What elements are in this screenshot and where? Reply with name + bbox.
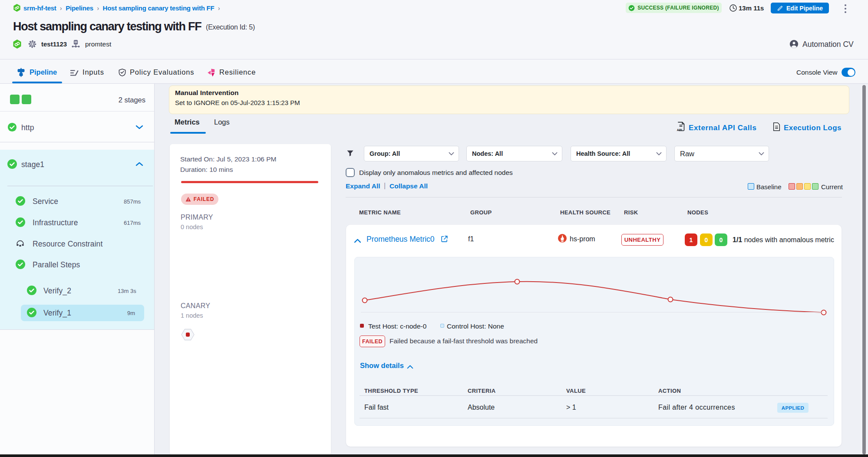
svg-text:API: API (677, 128, 682, 132)
